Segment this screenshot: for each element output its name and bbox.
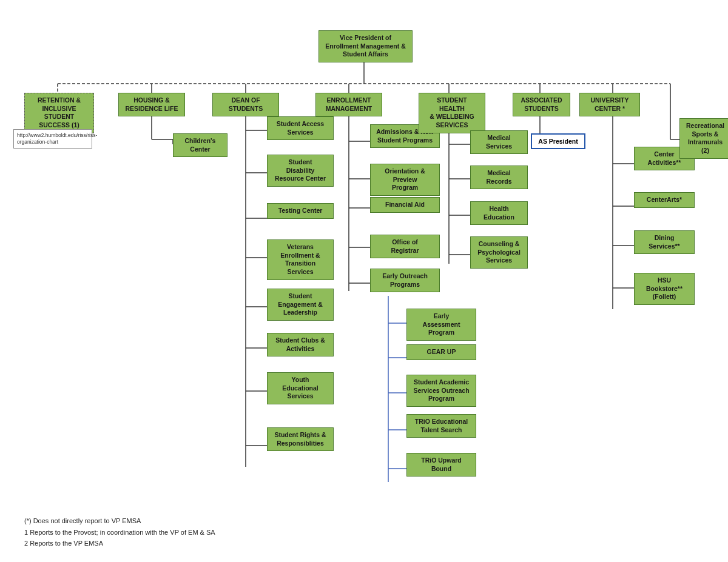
node-youth-ed: YouthEducationalServices xyxy=(267,372,334,404)
node-student-rights: Student Rights &Responsiblities xyxy=(267,427,334,451)
node-associated: ASSOCIATEDSTUDENTS xyxy=(513,93,570,116)
node-student-access: Student AccessServices xyxy=(267,116,334,140)
node-recreational-sports: RecreationalSports &Intramurals (2) xyxy=(679,118,728,159)
org-chart: Vice President of Enrollment Management … xyxy=(0,0,728,562)
node-trio-upward: TRiO UpwardBound xyxy=(406,453,476,477)
node-medical-records: MedicalRecords xyxy=(470,166,528,189)
footnotes: (*) Does not directly report to VP EMSA … xyxy=(18,515,728,549)
node-testing: Testing Center xyxy=(267,203,334,219)
node-university-center: UNIVERSITYCENTER * xyxy=(579,93,640,116)
node-centerarts: CenterArts* xyxy=(634,192,695,208)
node-dean: DEAN OF STUDENTS xyxy=(212,93,279,116)
footnote-2: 1 Reports to the Provost; in coordinatio… xyxy=(24,527,728,538)
node-veterans: VeteransEnrollment &Transition Services xyxy=(267,239,334,280)
node-student-health: STUDENT HEALTH& WELLBEINGSERVICES xyxy=(419,93,485,133)
node-early-outreach: Early OutreachPrograms xyxy=(370,269,440,292)
node-riss-link[interactable]: http://www2.humboldt.edu/riss/riss-organ… xyxy=(13,129,92,149)
node-saso: Student AcademicServices OutreachProgram xyxy=(406,375,476,407)
node-counseling: Counseling &PsychologicalServices xyxy=(470,236,528,269)
node-health-ed: HealthEducation xyxy=(470,201,528,225)
node-registrar: Office ofRegistrar xyxy=(370,235,440,258)
node-trio-talent: TRiO EducationalTalent Search xyxy=(406,414,476,438)
node-medical-services: MedicalServices xyxy=(470,130,528,154)
node-hsu-bookstore: HSU Bookstore**(Follett) xyxy=(634,273,695,305)
node-enrollment: ENROLLMENTMANAGEMENT xyxy=(315,93,382,116)
node-orientation: Orientation &PreviewProgram xyxy=(370,164,440,196)
node-housing: HOUSING &RESIDENCE LIFE xyxy=(118,93,185,116)
root-node: Vice President of Enrollment Management … xyxy=(318,30,413,62)
node-retention: RETENTION &INCLUSIVE STUDENTSUCCESS (1) xyxy=(24,93,94,133)
node-student-clubs: Student Clubs &Activities xyxy=(267,333,334,356)
node-financial-aid: Financial Aid xyxy=(370,197,440,213)
node-student-engage: StudentEngagement &Leadership xyxy=(267,289,334,321)
node-early-assessment: EarlyAssessmentProgram xyxy=(406,309,476,341)
footnote-3: 2 Reports to the VP EMSA xyxy=(24,538,728,549)
node-student-disability: StudentDisabilityResource Center xyxy=(267,155,334,187)
node-dining: DiningServices** xyxy=(634,230,695,254)
chart-canvas: Vice President of Enrollment Management … xyxy=(6,12,722,521)
footnote-1: (*) Does not directly report to VP EMSA xyxy=(24,515,728,527)
node-gear-up: GEAR UP xyxy=(406,344,476,360)
node-childrens-center: Children'sCenter xyxy=(173,133,228,157)
node-as-president: AS President xyxy=(531,133,585,149)
